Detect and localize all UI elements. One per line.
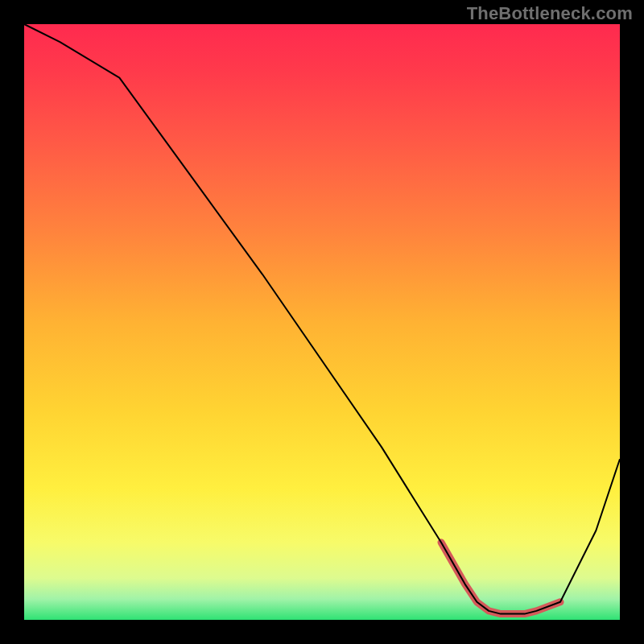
plot-background (24, 24, 620, 620)
bottleneck-chart (0, 0, 644, 644)
watermark-text: TheBottleneck.com (467, 3, 633, 24)
chart-stage: TheBottleneck.com (0, 0, 644, 644)
